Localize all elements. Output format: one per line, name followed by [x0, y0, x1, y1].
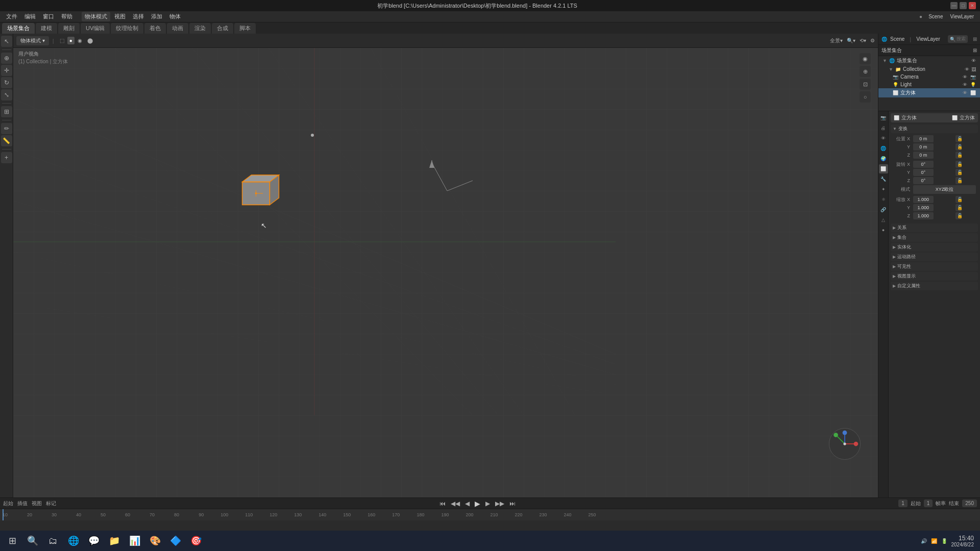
- tool-select[interactable]: ↖: [1, 36, 12, 47]
- rotation-z[interactable]: 0°: [913, 177, 934, 184]
- tl-btn-jumpstart[interactable]: ⏮: [438, 499, 447, 508]
- tl-btn-play[interactable]: ▶: [473, 498, 482, 509]
- menu-objectmode[interactable]: 物体模式: [82, 12, 110, 21]
- tl-btn-next[interactable]: ▶: [484, 499, 492, 508]
- outliner-item-collection[interactable]: ▼ 📁 Collection 👁 🖼: [885, 65, 980, 73]
- shading-render[interactable]: ⬤: [85, 37, 95, 44]
- shading-material[interactable]: ◉: [76, 37, 84, 44]
- tool-annotate[interactable]: ✏: [1, 123, 12, 134]
- object-mesh-name[interactable]: 立方体: [960, 114, 975, 121]
- light-eye[interactable]: 👁: [963, 82, 967, 87]
- taskbar-chat[interactable]: 💬: [84, 531, 104, 550]
- tl-btn-prev[interactable]: ◀: [463, 499, 471, 508]
- ws-tab-compositing[interactable]: 合成: [212, 23, 233, 34]
- gizmo-proportional[interactable]: ○: [860, 91, 871, 103]
- scene-select[interactable]: Scene: [925, 13, 946, 20]
- close-btn[interactable]: ✕: [969, 2, 976, 9]
- location-z[interactable]: 0 m: [913, 152, 934, 159]
- taskbar-start[interactable]: ⊞: [2, 531, 22, 550]
- section-relations[interactable]: ▶ 关系: [891, 223, 978, 232]
- taskbar-clock[interactable]: 15:40 2024/8/22: [951, 535, 974, 547]
- section-collections[interactable]: ▶ 集合: [891, 233, 978, 242]
- menu-view[interactable]: 视图: [111, 12, 129, 21]
- tool-add[interactable]: +: [1, 152, 12, 163]
- lock-z[interactable]: 🔓: [955, 152, 962, 159]
- tl-view-label[interactable]: 视图: [32, 500, 42, 507]
- prop-tab-render[interactable]: 📷: [879, 113, 888, 122]
- camera-eye[interactable]: 👁: [963, 74, 967, 80]
- rot-lock-y[interactable]: 🔓: [955, 169, 962, 176]
- section-custom-props[interactable]: ▶ 自定义属性: [891, 282, 978, 290]
- search-box[interactable]: 🔍搜索: [948, 35, 968, 43]
- menu-add[interactable]: 添加: [148, 12, 165, 21]
- timeline-ruler[interactable]: 10 20 30 40 50 60 70 80 90 100 110 120 1…: [0, 509, 980, 520]
- scale-z[interactable]: 1.000: [913, 212, 934, 219]
- ws-tab-shading[interactable]: 着色: [144, 23, 166, 34]
- section-visibility[interactable]: ▶ 可见性: [891, 262, 978, 271]
- tl-keying-label[interactable]: 插值: [17, 500, 28, 507]
- prop-tab-data[interactable]: △: [879, 215, 888, 224]
- 3d-cube[interactable]: [233, 170, 284, 216]
- viewlayer-select[interactable]: ViewLayer: [947, 13, 977, 20]
- section-motion-paths[interactable]: ▶ 运动路径: [891, 253, 978, 261]
- menu-select[interactable]: 选择: [130, 12, 147, 21]
- tool-move[interactable]: ✛: [1, 65, 12, 76]
- tool-scale[interactable]: ⤡: [1, 89, 12, 101]
- menu-file[interactable]: 文件: [3, 12, 20, 21]
- rotation-y[interactable]: 0°: [913, 169, 934, 176]
- location-y[interactable]: 0 m: [913, 143, 934, 151]
- shading-wireframe[interactable]: ⬚: [58, 37, 66, 44]
- tray-icon-sound[interactable]: 🔊: [921, 538, 927, 544]
- tool-transform[interactable]: ⊞: [1, 106, 12, 117]
- section-viewport-display[interactable]: ▶ 视图显示: [891, 272, 978, 281]
- prop-tab-scene[interactable]: 🌐: [879, 144, 888, 153]
- prop-tab-object[interactable]: ⬜: [879, 164, 888, 173]
- tl-markers-label[interactable]: 标记: [46, 500, 56, 507]
- ws-tab-uv[interactable]: UV编辑: [81, 23, 110, 34]
- prop-tab-particles[interactable]: ✦: [879, 185, 888, 194]
- tool-rotate[interactable]: ↻: [1, 77, 12, 88]
- section-transform-header[interactable]: ▼ 变换: [891, 124, 978, 133]
- outliner-item-scene-collection[interactable]: ▼ 🌐 场景集合 👁: [878, 56, 980, 65]
- collection-eye[interactable]: 👁: [965, 67, 969, 72]
- ws-tab-layout[interactable]: 场景集合: [2, 23, 35, 34]
- main-viewport[interactable]: 用户视角 (1) Collection | 立方体 ◉ ⊕ ⊡ ○: [13, 48, 878, 497]
- scale-x[interactable]: 1.000: [913, 196, 934, 203]
- prop-tab-world[interactable]: 🌍: [879, 154, 888, 163]
- scale-lock-z[interactable]: 🔓: [955, 212, 962, 219]
- maximize-btn[interactable]: □: [960, 2, 967, 9]
- filter-icon[interactable]: ⊞: [973, 36, 977, 42]
- gizmo-overlay[interactable]: ◉: [860, 53, 871, 64]
- tray-icon-network[interactable]: 📶: [931, 538, 937, 544]
- scale-lock-y[interactable]: 🔓: [955, 204, 962, 211]
- tl-current-frame[interactable]: 1: [898, 499, 908, 507]
- menu-window[interactable]: 窗口: [40, 12, 57, 21]
- tray-icon-battery[interactable]: 🔋: [941, 538, 947, 544]
- gizmo-gizmo[interactable]: ⊕: [860, 66, 871, 77]
- ws-tab-sculpt[interactable]: 雕刻: [58, 23, 80, 34]
- timeline-ruler-area[interactable]: 10 20 30 40 50 60 70 80 90 100 110 120 1…: [0, 509, 980, 520]
- shading-solid[interactable]: ●: [67, 37, 75, 44]
- viewport-navigation-gizmo[interactable]: [827, 426, 868, 467]
- outliner-filter-icon[interactable]: ⊞: [973, 47, 977, 53]
- tool-cursor[interactable]: ⊕: [1, 53, 12, 64]
- tl-start-frame[interactable]: 1: [924, 499, 933, 507]
- taskbar-blender[interactable]: 🎨: [145, 531, 165, 550]
- scale-lock-x[interactable]: 🔓: [955, 196, 962, 203]
- tl-btn-jumpend[interactable]: ⏭: [508, 499, 517, 508]
- cube-eye[interactable]: 👁: [963, 90, 967, 95]
- outliner-item-cube[interactable]: ⬜ 立方体 👁 ⬜: [878, 88, 980, 97]
- ws-tab-scripting[interactable]: 脚本: [234, 23, 256, 34]
- tl-playback-label[interactable]: 起始: [3, 500, 13, 507]
- outliner-item-light[interactable]: 💡 Light 👁 💡: [878, 81, 980, 88]
- rotation-x[interactable]: 0°: [913, 161, 934, 168]
- taskbar-excel[interactable]: 📊: [125, 531, 145, 550]
- object-name-label[interactable]: 立方体: [901, 114, 917, 121]
- ws-tab-animation[interactable]: 动画: [167, 23, 188, 34]
- minimize-btn[interactable]: —: [950, 2, 958, 9]
- section-instancing[interactable]: ▶ 实体化: [891, 243, 978, 252]
- prop-tab-modifier[interactable]: 🔧: [879, 174, 888, 184]
- prop-tab-physics[interactable]: ⚛: [879, 195, 888, 204]
- taskbar-search[interactable]: 🔍: [22, 531, 43, 550]
- menu-edit[interactable]: 编辑: [21, 12, 39, 21]
